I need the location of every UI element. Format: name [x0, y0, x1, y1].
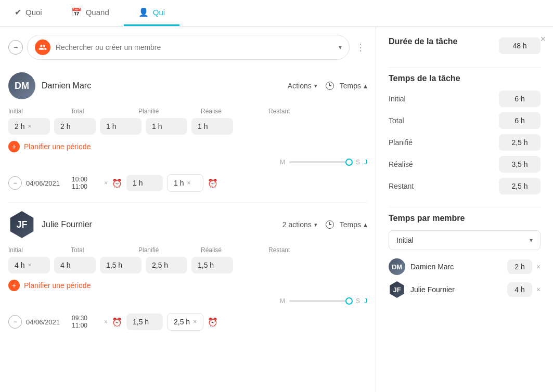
search-input-wrap[interactable]: ▾	[27, 35, 350, 60]
entry-clock2-icon-damien[interactable]: ⏰	[208, 178, 218, 188]
tab-qui-label: Qui	[153, 8, 165, 17]
entry-planifie-julie[interactable]: 1,5 h	[126, 313, 163, 330]
entry-realise-damien[interactable]: 1 h ×	[167, 174, 203, 192]
membre-clear-julie[interactable]: ×	[536, 285, 541, 294]
right-panel: × Durée de la tâche 48 h Temps de la tâc…	[376, 27, 553, 392]
total-value-julie: 4 h	[54, 257, 96, 273]
slider-thumb-damien[interactable]	[345, 159, 353, 166]
slider-track-julie[interactable]	[289, 300, 352, 302]
membre-value-wrap-julie: 4 h ×	[507, 282, 541, 297]
tab-quand-label: Quand	[86, 8, 109, 17]
temps-total-value: 6 h	[499, 112, 541, 129]
label-planifie-julie: Planifié	[138, 246, 201, 254]
slider-fill-damien	[289, 161, 345, 163]
actions-label-damien: Actions	[288, 82, 312, 90]
dropdown-arrow-icon: ▾	[530, 237, 533, 244]
member-actions-damien: Actions ▾ Temps ▴	[288, 82, 367, 90]
membre-value-wrap-damien: 2 h ×	[507, 259, 541, 274]
par-membre-dropdown[interactable]: Initial ▾	[389, 230, 541, 250]
membre-info-julie: JF Julie Fournier	[389, 281, 455, 298]
membre-avatar-damien: DM	[389, 258, 405, 275]
realise-value-damien: 1 h	[146, 118, 187, 135]
tab-quoi-label: Quoi	[25, 8, 42, 17]
temps-button-julie[interactable]: Temps ▴	[326, 220, 367, 229]
duree-section: Durée de la tâche 48 h	[389, 37, 541, 55]
search-input[interactable]	[56, 43, 339, 51]
total-value-damien: 2 h	[54, 118, 96, 135]
slider-track-damien[interactable]	[289, 161, 352, 163]
initial-value-julie[interactable]: 4 h ×	[8, 257, 50, 273]
duree-row: Durée de la tâche 48 h	[389, 37, 541, 55]
entry-date-damien: 04/06/2021	[26, 179, 68, 187]
temps-realise-row: Réalisé 3,5 h	[389, 156, 541, 173]
label-planifie-damien: Planifié	[138, 108, 201, 115]
actions-button-damien[interactable]: Actions ▾	[288, 82, 317, 90]
slider-thumb-julie[interactable]	[345, 297, 353, 305]
entry-time-clear-damien[interactable]: ×	[104, 179, 108, 187]
planifier-link-damien[interactable]: + Planifier une période	[8, 141, 367, 152]
member-actions-julie: 2 actions ▾ Temps ▴	[282, 220, 367, 229]
membre-value-damien: 2 h	[507, 259, 532, 274]
entry-clock-icon-damien[interactable]: ⏰	[112, 178, 122, 188]
entry-clock2-icon-julie[interactable]: ⏰	[208, 317, 218, 327]
entry-collapse-julie[interactable]: −	[8, 315, 22, 329]
slider-fill-julie	[289, 300, 345, 302]
label-restant-damien: Restant	[268, 108, 336, 115]
temps-total-label: Total	[389, 116, 404, 125]
more-options-icon[interactable]: ⋮	[354, 40, 367, 55]
member-name-julie: Julie Fournier	[42, 220, 92, 229]
time-fields-labels-julie: Initial Total Planifié Réalisé Restant	[8, 246, 367, 254]
membre-clear-damien[interactable]: ×	[536, 263, 541, 271]
entry-collapse-damien[interactable]: −	[8, 176, 22, 190]
temps-planifie-row: Planifié 2,5 h	[389, 134, 541, 151]
temps-planifie-value: 2,5 h	[499, 134, 541, 151]
initial-clear-julie[interactable]: ×	[28, 262, 31, 269]
planifier-link-julie[interactable]: + Planifier une période	[8, 280, 367, 291]
planifie-value-julie: 1,5 h	[100, 257, 142, 273]
search-bar: − ▾ ⋮	[8, 35, 367, 60]
entry-realise-clear-damien[interactable]: ×	[187, 179, 190, 187]
planifier-label-damien: Planifier une période	[24, 142, 91, 151]
entry-time-clear-julie[interactable]: ×	[104, 318, 108, 325]
member-name-damien: Damien Marc	[42, 81, 91, 90]
entry-realise-julie[interactable]: 2,5 h ×	[167, 313, 203, 331]
restant-value-damien: 1 h	[191, 118, 233, 135]
entry-planifie-damien[interactable]: 1 h	[126, 175, 163, 191]
initial-clear-damien[interactable]: ×	[28, 123, 31, 130]
member-section-julie: JF Julie Fournier 2 actions ▾ Temps ▴	[8, 209, 367, 333]
tab-qui[interactable]: 👤 Qui	[124, 0, 179, 26]
person-icon: 👤	[138, 7, 149, 17]
initial-value-damien[interactable]: 2 h ×	[8, 118, 50, 135]
slider-label-j-damien: J	[364, 159, 367, 166]
slider-label-j-julie: J	[364, 297, 367, 305]
tab-quoi[interactable]: ✔ Quoi	[0, 0, 57, 26]
temps-planifie-label: Planifié	[389, 138, 413, 147]
temps-chevron-icon: ▴	[364, 82, 367, 90]
close-button[interactable]: ×	[540, 34, 546, 45]
label-initial-damien: Initial	[8, 108, 71, 115]
slider-row-damien: M S J	[8, 159, 367, 166]
label-realise-julie: Réalisé	[201, 246, 268, 254]
collapse-button[interactable]: −	[8, 40, 23, 55]
time-fields-julie: Initial Total Planifié Réalisé Restant 4…	[8, 246, 367, 273]
par-membre-section: Temps par membre Initial ▾ DM Damien Mar…	[389, 214, 541, 298]
temps-initial-row: Initial 6 h	[389, 90, 541, 107]
people-svg	[38, 43, 47, 51]
entry-realise-clear-julie[interactable]: ×	[193, 318, 197, 325]
member-section-damien: DM Damien Marc Actions ▾ Temps ▴	[8, 70, 367, 194]
membre-value-julie: 4 h	[507, 282, 532, 297]
time-fields-values-damien: 2 h × 2 h 1 h 1 h 1 h	[8, 118, 367, 135]
actions-button-julie[interactable]: 2 actions ▾	[282, 220, 317, 229]
temps-restant-value: 2,5 h	[499, 178, 541, 194]
temps-label-damien: Temps	[340, 82, 361, 90]
member-info-damien: DM Damien Marc	[8, 72, 91, 99]
tab-bar: ✔ Quoi 📅 Quand 👤 Qui	[0, 0, 553, 27]
group-icon	[35, 40, 50, 55]
membre-name-damien: Damien Marc	[410, 263, 454, 271]
entry-clock-icon-julie[interactable]: ⏰	[112, 317, 122, 327]
temps-label-julie: Temps	[340, 220, 361, 229]
dropdown-value: Initial	[396, 236, 414, 244]
tab-quand[interactable]: 📅 Quand	[57, 0, 124, 26]
dropdown-arrow-icon: ▾	[339, 44, 342, 51]
temps-button-damien[interactable]: Temps ▴	[326, 82, 367, 90]
